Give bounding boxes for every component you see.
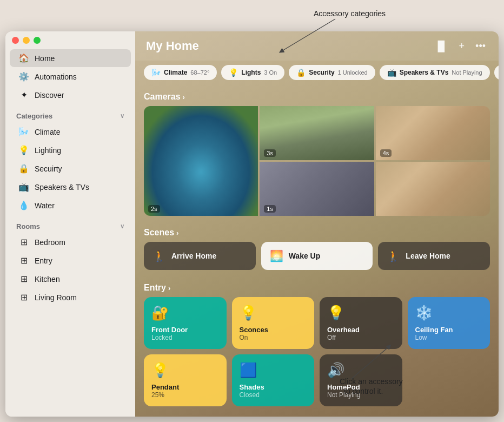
cameras-chevron-icon: › bbox=[183, 93, 185, 101]
rooms-chevron-icon: ∨ bbox=[120, 223, 124, 230]
scenes-section-header[interactable]: Scenes › bbox=[135, 222, 499, 242]
leave-home-label: Leave Home bbox=[406, 252, 450, 260]
close-button[interactable] bbox=[12, 37, 19, 44]
sidebar-entry-label: Entry bbox=[35, 256, 52, 265]
pill-speakers-icon: 📺 bbox=[387, 68, 396, 77]
pill-speakers-tvs[interactable]: 📺 Speakers & TVs Not Playing bbox=[380, 65, 490, 80]
scene-wake-up[interactable]: 🌅 Wake Up bbox=[261, 242, 373, 270]
pendant-name: Pendant bbox=[151, 383, 219, 391]
main-content: My Home ▐▌ + ••• 🌬️ Climate 68–72° 💡 Lig… bbox=[135, 31, 499, 417]
accessory-front-door[interactable]: 🔐 Front Door Locked bbox=[144, 297, 227, 349]
sidebar-item-discover[interactable]: ✦ Discover bbox=[10, 86, 131, 104]
pendant-status: 25% bbox=[151, 391, 219, 399]
pill-water[interactable]: 💧 Water Off bbox=[494, 65, 499, 80]
accessory-overhead[interactable]: 💡 Overhead Off bbox=[320, 297, 402, 349]
pill-lights-status: 3 On bbox=[264, 69, 277, 76]
ceiling-fan-status: Low bbox=[415, 334, 483, 341]
camera-driveway[interactable]: 3s bbox=[260, 106, 374, 160]
climate-icon: 🌬️ bbox=[18, 127, 29, 137]
sidebar-living-room-label: Living Room bbox=[35, 293, 77, 302]
sidebar-home-label: Home bbox=[35, 54, 55, 63]
overhead-icon: 💡 bbox=[327, 305, 395, 321]
entry-section-header[interactable]: Entry › bbox=[135, 278, 499, 297]
pill-lights[interactable]: 💡 Lights 3 On bbox=[221, 65, 284, 80]
camera-extra[interactable] bbox=[376, 162, 490, 216]
sidebar-discover-label: Discover bbox=[35, 91, 64, 100]
accessory-ceiling-fan[interactable]: ❄️ Ceiling Fan Low bbox=[408, 297, 490, 349]
arrive-home-icon: 🚶 bbox=[152, 249, 166, 262]
app-window: 🏠 Home ⚙️ Automations ✦ Discover Categor… bbox=[5, 31, 499, 417]
more-options-button[interactable]: ••• bbox=[473, 39, 488, 53]
sidebar-item-automations[interactable]: ⚙️ Automations bbox=[10, 68, 131, 85]
shades-icon: 🟦 bbox=[240, 362, 307, 379]
sidebar-item-bedroom[interactable]: ⊞ Bedroom bbox=[10, 233, 131, 251]
camera-living[interactable]: 4s bbox=[376, 106, 490, 160]
rooms-label: Rooms bbox=[16, 222, 40, 230]
traffic-lights bbox=[12, 37, 41, 44]
water-icon: 💧 bbox=[18, 200, 29, 210]
pill-lights-name: Lights bbox=[241, 69, 261, 76]
sconces-icon: 💡 bbox=[240, 305, 307, 321]
sidebar-item-home[interactable]: 🏠 Home bbox=[10, 49, 131, 67]
camera-pool-timer: 2s bbox=[148, 205, 160, 213]
lighting-icon: 💡 bbox=[18, 145, 29, 155]
pendant-icon: 💡 bbox=[151, 362, 219, 379]
sidebar-security-label: Secuirty bbox=[35, 164, 62, 173]
minimize-button[interactable] bbox=[23, 37, 30, 44]
scene-leave-home[interactable]: 🚶 Leave Home bbox=[378, 242, 490, 270]
sidebar-item-entry[interactable]: ⊞ Entry bbox=[10, 252, 131, 269]
sidebar-water-label: Water bbox=[35, 201, 55, 210]
homepod-icon: 🔊 bbox=[327, 362, 395, 379]
scenes-grid: 🚶 Arrive Home 🌅 Wake Up 🚶 Leave Home bbox=[135, 242, 499, 278]
cameras-section-label: Cameras bbox=[144, 92, 181, 102]
wake-up-label: Wake Up bbox=[289, 252, 321, 260]
shades-name: Shades bbox=[240, 383, 307, 391]
sidebar-item-water[interactable]: 💧 Water bbox=[10, 196, 131, 214]
bedroom-icon: ⊞ bbox=[18, 237, 29, 247]
accessory-shades[interactable]: 🟦 Shades Closed bbox=[232, 354, 315, 406]
front-door-name: Front Door bbox=[151, 326, 219, 334]
camera-driveway-timer: 3s bbox=[264, 149, 276, 157]
camera-pool[interactable]: 2s bbox=[144, 106, 258, 216]
sidebar-item-lighting[interactable]: 💡 Lighting bbox=[10, 141, 131, 159]
sidebar-item-living-room[interactable]: ⊞ Living Room bbox=[10, 288, 131, 306]
speakers-tvs-icon: 📺 bbox=[18, 182, 29, 192]
entry-section-label: Entry bbox=[144, 283, 166, 293]
sidebar-item-kitchen[interactable]: ⊞ Kitchen bbox=[10, 270, 131, 288]
accessory-homepod[interactable]: 🔊 HomePod Not Playing bbox=[320, 354, 402, 406]
sidebar-bedroom-label: Bedroom bbox=[35, 238, 65, 247]
pill-climate-name: Climate bbox=[164, 69, 187, 76]
ceiling-fan-name: Ceiling Fan bbox=[415, 326, 483, 334]
scene-arrive-home[interactable]: 🚶 Arrive Home bbox=[144, 242, 256, 270]
cameras-section-header[interactable]: Cameras › bbox=[135, 87, 499, 106]
sidebar-item-climate[interactable]: 🌬️ Climate bbox=[10, 123, 131, 141]
waveform-button[interactable]: ▐▌ bbox=[432, 39, 450, 53]
homepod-status: Not Playing bbox=[327, 391, 395, 399]
accessory-pendant[interactable]: 💡 Pendant 25% bbox=[144, 354, 227, 406]
overhead-status: Off bbox=[327, 334, 395, 341]
scenes-section-label: Scenes bbox=[144, 228, 174, 238]
sidebar-item-security[interactable]: 🔒 Secuirty bbox=[10, 160, 131, 177]
sidebar-item-speakers-tvs[interactable]: 📺 Speakers & TVs bbox=[10, 178, 131, 196]
maximize-button[interactable] bbox=[34, 37, 41, 44]
rooms-section-header[interactable]: Rooms ∨ bbox=[5, 215, 135, 233]
sidebar-kitchen-label: Kitchen bbox=[35, 275, 60, 283]
categories-section-header[interactable]: Categories ∨ bbox=[5, 104, 135, 122]
camera-garage[interactable]: 1s bbox=[260, 162, 374, 216]
camera-living-timer: 4s bbox=[380, 149, 392, 157]
accessory-sconces[interactable]: 💡 Sconces On bbox=[232, 297, 315, 349]
homepod-name: HomePod bbox=[327, 383, 395, 391]
add-accessory-button[interactable]: + bbox=[457, 39, 467, 53]
pill-climate-icon: 🌬️ bbox=[151, 68, 161, 77]
categories-chevron-icon: ∨ bbox=[120, 113, 124, 120]
pill-security[interactable]: 🔒 Security 1 Unlocked bbox=[289, 65, 375, 80]
header-actions: ▐▌ + ••• bbox=[432, 39, 488, 53]
sconces-status: On bbox=[240, 334, 307, 341]
sidebar-lighting-label: Lighting bbox=[35, 146, 61, 155]
wake-up-icon: 🌅 bbox=[270, 249, 283, 262]
main-header: My Home ▐▌ + ••• bbox=[135, 31, 499, 61]
pill-climate[interactable]: 🌬️ Climate 68–72° bbox=[144, 65, 217, 80]
front-door-icon: 🔐 bbox=[151, 305, 219, 321]
sidebar-automations-label: Automations bbox=[35, 72, 77, 81]
camera-garage-timer: 1s bbox=[264, 205, 276, 213]
